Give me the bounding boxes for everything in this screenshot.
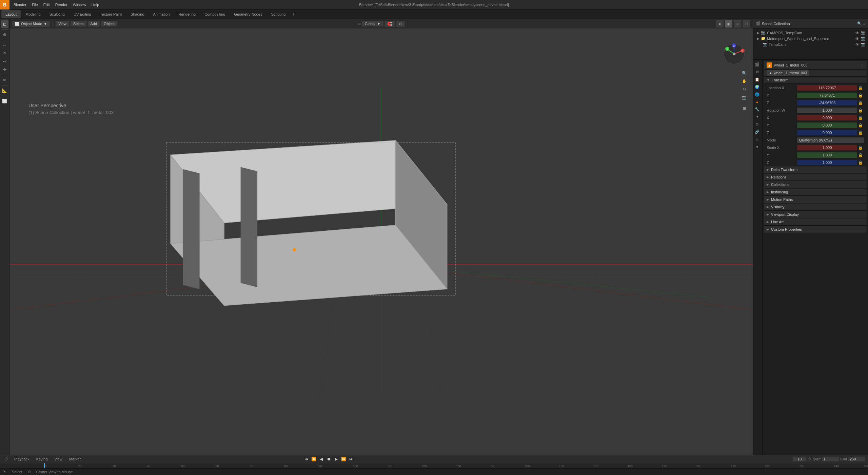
viewport-3d[interactable]: User Perspective (1) Scene Collection | … bbox=[9, 28, 753, 455]
eye-icon-workshop[interactable]: 👁 bbox=[855, 37, 859, 41]
menu-blender[interactable]: Blender bbox=[11, 0, 29, 9]
scale-x[interactable]: 1.000 bbox=[797, 145, 857, 150]
tab-scripting[interactable]: Scripting bbox=[267, 10, 290, 18]
tab-uv-editing[interactable]: UV Editing bbox=[70, 10, 95, 18]
rotation-x[interactable]: 0.000 bbox=[797, 115, 857, 120]
visibility-header[interactable]: ▶ Visibility bbox=[764, 204, 867, 211]
tab-geometry-nodes[interactable]: Geometry Nodes bbox=[230, 10, 266, 18]
prop-tab-physics[interactable]: ⚙ bbox=[754, 121, 761, 128]
transform-space[interactable]: Global ▼ bbox=[362, 21, 383, 26]
instancing-header[interactable]: ▶ Instancing bbox=[764, 189, 867, 196]
prop-tab-output[interactable]: 🖥 bbox=[754, 69, 761, 75]
timeline-marker-menu[interactable]: Marker bbox=[67, 456, 83, 462]
mode-dropdown[interactable]: Quaternion (WXYZ) bbox=[797, 137, 864, 143]
location-x[interactable]: 118.72067 bbox=[797, 85, 857, 91]
tool-transform[interactable]: ✛ bbox=[1, 66, 8, 73]
prop-tab-data[interactable]: △ bbox=[754, 136, 761, 142]
zoom-camera-icon[interactable]: 🔍 bbox=[741, 69, 748, 77]
prop-tab-render[interactable]: 🎬 bbox=[754, 61, 761, 68]
rotation-z[interactable]: 0.000 bbox=[797, 130, 857, 135]
select-menu[interactable]: Select bbox=[71, 21, 86, 26]
jump-end-btn[interactable]: ⏭ bbox=[348, 456, 354, 462]
jump-start-btn[interactable]: ⏮ bbox=[303, 456, 310, 462]
rotation-y[interactable]: 0.000 bbox=[797, 122, 857, 128]
line-art-header[interactable]: ▶ Line Art bbox=[764, 218, 867, 226]
tool-scale[interactable]: ⇔ bbox=[1, 58, 8, 65]
shading-rendered[interactable]: ○ bbox=[734, 20, 741, 27]
rotation-w[interactable]: 1.000 bbox=[797, 108, 857, 113]
prop-tab-scene[interactable]: 🌍 bbox=[754, 83, 761, 90]
timeline-playback-menu[interactable]: Playback bbox=[12, 456, 32, 462]
menu-edit[interactable]: Edit bbox=[41, 0, 53, 9]
lock-y[interactable]: 🔒 bbox=[857, 93, 864, 98]
tool-select[interactable]: ◻ bbox=[1, 20, 8, 28]
menu-window[interactable]: Window bbox=[70, 0, 89, 9]
timeline-view-menu[interactable]: View bbox=[52, 456, 64, 462]
jump-next-keyframe-btn[interactable]: ⏩ bbox=[341, 456, 347, 462]
tool-annotate[interactable]: ✏ bbox=[1, 76, 8, 84]
blender-logo[interactable]: B bbox=[0, 0, 9, 10]
collection-campos[interactable]: ▶ 📷 CAMPOS_TempCam 👁 📷 bbox=[756, 30, 865, 36]
tab-compositing[interactable]: Compositing bbox=[200, 10, 229, 18]
add-menu[interactable]: Add bbox=[88, 21, 100, 26]
lock-ry[interactable]: 🔒 bbox=[857, 123, 864, 128]
shading-wireframe[interactable]: □ bbox=[743, 20, 750, 27]
menu-help[interactable]: Help bbox=[89, 0, 102, 9]
prop-tab-material[interactable]: ● bbox=[754, 143, 761, 150]
tab-layout[interactable]: Layout bbox=[1, 10, 21, 18]
grid-view-icon[interactable]: ⊞ bbox=[741, 104, 748, 112]
menu-file[interactable]: File bbox=[29, 0, 41, 9]
tab-rendering[interactable]: Rendering bbox=[174, 10, 200, 18]
delta-transform-header[interactable]: ▶ Delta Transform bbox=[764, 166, 867, 173]
snap-btn[interactable]: 🧲 bbox=[384, 21, 395, 27]
tool-rotate[interactable]: ↻ bbox=[1, 50, 8, 57]
tool-add-cube[interactable]: ⬜ bbox=[1, 97, 8, 105]
play-reverse-btn[interactable]: ◀ bbox=[318, 456, 324, 462]
orbit-icon[interactable]: ↻ bbox=[741, 86, 748, 93]
prop-tab-constraints[interactable]: 🔗 bbox=[754, 128, 761, 135]
object-name[interactable]: wheel_1_metal_003 bbox=[774, 63, 807, 67]
tab-texture-paint[interactable]: Texture Paint bbox=[96, 10, 126, 18]
start-frame-input[interactable]: 1 bbox=[822, 457, 839, 461]
lock-rz[interactable]: 🔒 bbox=[857, 131, 864, 135]
timeline-editor-icon[interactable]: ⏱ bbox=[3, 456, 9, 462]
viewport-display-header[interactable]: ▶ Viewport Display bbox=[764, 211, 867, 218]
tab-animation[interactable]: Animation bbox=[149, 10, 174, 18]
prop-tab-world[interactable]: 🌐 bbox=[754, 91, 761, 98]
lock-sy[interactable]: 🔒 bbox=[857, 153, 864, 157]
camera-view-icon[interactable]: 📷 bbox=[741, 94, 748, 101]
relations-header[interactable]: ▶ Relations bbox=[764, 174, 867, 181]
custom-properties-header[interactable]: ▶ Custom Properties bbox=[764, 226, 867, 233]
eye-icon-tempcam[interactable]: 👁 bbox=[855, 42, 859, 46]
transform-section-header[interactable]: ▼ Transform bbox=[764, 77, 867, 84]
proportional-btn[interactable]: ⊙ bbox=[396, 21, 405, 27]
stop-btn[interactable]: ⏺ bbox=[326, 456, 332, 462]
prop-tab-particles[interactable]: ✦ bbox=[754, 113, 761, 120]
scale-z[interactable]: 1.000 bbox=[797, 160, 857, 165]
collection-tempcam[interactable]: 📷 TempCam 👁 📷 bbox=[756, 41, 865, 47]
prop-tab-object-active[interactable]: ▲ bbox=[754, 98, 761, 105]
outliner-sort-icon[interactable]: ≡ bbox=[863, 22, 865, 26]
lock-z[interactable]: 🔒 bbox=[857, 101, 864, 105]
prop-tab-view-layer[interactable]: 📋 bbox=[754, 76, 761, 83]
tab-modeling[interactable]: Modeling bbox=[21, 10, 45, 18]
tool-cursor[interactable]: ⊕ bbox=[1, 31, 8, 38]
lock-rx[interactable]: 🔒 bbox=[857, 116, 864, 120]
menu-render[interactable]: Render bbox=[53, 0, 70, 9]
prop-tab-modifiers[interactable]: 🔧 bbox=[754, 106, 761, 113]
motion-paths-header[interactable]: ▶ Motion Paths bbox=[764, 196, 867, 203]
view-menu[interactable]: View bbox=[56, 21, 69, 26]
render-icon-tempcam[interactable]: 📷 bbox=[861, 42, 865, 46]
eye-icon-campos[interactable]: 👁 bbox=[855, 31, 859, 35]
collection-workshop[interactable]: ▶ 📁 Motorsport_Workshop_and_Supercar 👁 📷 bbox=[756, 36, 865, 41]
location-y[interactable]: 77.64871 bbox=[797, 93, 857, 98]
shading-material[interactable]: ◉ bbox=[725, 20, 732, 27]
object-menu[interactable]: Object bbox=[101, 21, 117, 26]
tab-sculpting[interactable]: Sculpting bbox=[45, 10, 69, 18]
outliner-filter-icon[interactable]: 🔍 bbox=[857, 21, 862, 26]
lock-x[interactable]: 🔒 bbox=[857, 86, 864, 90]
tool-move[interactable]: ↔ bbox=[1, 41, 8, 49]
render-icon-workshop[interactable]: 📷 bbox=[861, 36, 865, 41]
current-frame-input[interactable]: 10 bbox=[793, 457, 806, 461]
render-icon-campos[interactable]: 📷 bbox=[861, 31, 865, 35]
